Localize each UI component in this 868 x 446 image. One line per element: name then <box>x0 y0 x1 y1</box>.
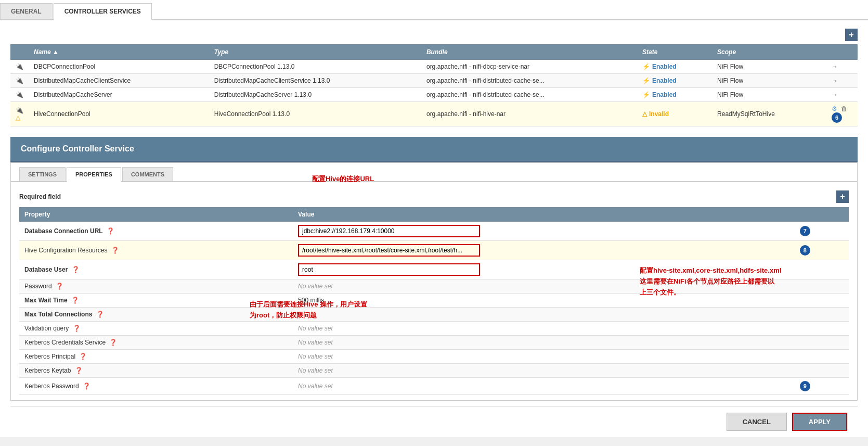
db-connection-url-input[interactable] <box>298 225 480 237</box>
prop-name-text: Validation query <box>24 325 69 332</box>
database-user-input[interactable] <box>298 263 480 276</box>
row-bundle: org.apache.nifi - nifi-hive-nar <box>421 102 637 126</box>
row-actions: → <box>826 60 858 74</box>
properties-table: Property Value Database Connection URL ❓ <box>19 207 849 395</box>
help-icon[interactable]: ❓ <box>96 311 104 318</box>
prop-name: Password ❓ <box>19 279 293 294</box>
prop-value-text: No value set <box>298 353 333 360</box>
hive-config-resources-input[interactable] <box>298 244 480 257</box>
prop-name-text: Password <box>24 283 52 290</box>
lightning-icon: ⚡ <box>642 77 650 84</box>
help-icon[interactable]: ❓ <box>109 339 117 346</box>
prop-value-text: No value set <box>298 383 333 390</box>
row-type: HiveConnectionPool 1.13.0 <box>209 102 421 126</box>
help-icon[interactable]: ❓ <box>111 247 119 254</box>
col-name-header: Name ▲ <box>29 44 209 60</box>
required-field-label: Required field <box>19 193 61 200</box>
help-icon[interactable]: ❓ <box>56 283 63 290</box>
help-icon[interactable]: ❓ <box>75 367 83 374</box>
badge-8: 8 <box>800 245 810 256</box>
configure-dialog: Configure Controller Service SETTINGS PR… <box>10 137 858 437</box>
prop-name: Validation query ❓ <box>19 322 293 336</box>
help-icon[interactable]: ❓ <box>79 353 87 360</box>
row-name: DBCPConnectionPool <box>29 60 209 74</box>
prop-name: Hive Configuration Resources ❓ <box>19 241 293 260</box>
dialog-body: SETTINGS PROPERTIES COMMENTS Required fi… <box>10 162 858 401</box>
add-btn-row: + <box>10 26 858 44</box>
prop-name: Database Connection URL ❓ <box>19 222 293 241</box>
row-actions: → <box>826 74 858 88</box>
row-bundle: org.apache.nifi - nifi-dbcp-service-nar <box>421 60 637 74</box>
prop-name-text: Max Wait Time <box>24 297 68 304</box>
prop-badge-cell <box>795 322 849 336</box>
tab-properties[interactable]: PROPERTIES <box>67 167 121 182</box>
prop-value-cell: 8 <box>293 308 795 322</box>
cancel-button[interactable]: CANCEL <box>727 413 787 431</box>
tab-general[interactable]: GENERAL <box>0 3 53 19</box>
help-icon[interactable]: ❓ <box>107 227 114 235</box>
row-scope: NiFi Flow <box>712 60 826 74</box>
prop-row: Kerberos Password ❓ No value set 9 <box>19 378 849 395</box>
badge-col-header <box>795 207 849 222</box>
prop-value-cell: No value set <box>293 364 795 378</box>
row-type: DistributedMapCacheClientService 1.13.0 <box>209 74 421 88</box>
row-actions: ⚙ 🗑 6 <box>826 102 858 126</box>
add-controller-service-button[interactable]: + <box>845 29 858 41</box>
prop-badge-cell <box>795 260 849 279</box>
prop-value-cell: No value set <box>293 350 795 364</box>
row-state: ⚡Enabled <box>637 60 712 74</box>
col-scope-header: Scope <box>712 44 826 60</box>
arrow-icon[interactable]: → <box>832 77 838 84</box>
prop-row: Kerberos Credentials Service ❓ No value … <box>19 336 849 350</box>
main-content: + Name ▲ Type Bundle State Scope <box>0 20 868 437</box>
prop-value-cell: No value set <box>293 279 795 294</box>
prop-value-cell: No value set <box>293 336 795 350</box>
prop-name: Kerberos Keytab ❓ <box>19 364 293 378</box>
properties-section: Required field + Property Value <box>11 182 857 400</box>
prop-value-cell: 500 millis <box>293 294 795 308</box>
prop-name-text: Max Total Connections <box>24 311 92 318</box>
row-scope: NiFi Flow <box>712 88 826 102</box>
arrow-icon[interactable]: → <box>832 91 838 98</box>
row-icon: 🔌 <box>10 60 29 74</box>
gear-icon[interactable]: ⚙ <box>832 105 837 112</box>
prop-value-text: 500 millis <box>298 297 324 304</box>
prop-badge-cell <box>795 364 849 378</box>
apply-button[interactable]: APPLY <box>792 413 847 431</box>
prop-value-text: 8 <box>298 311 302 318</box>
prop-name: Database User ❓ <box>19 260 293 279</box>
prop-value-cell <box>293 241 795 260</box>
tab-comments[interactable]: COMMENTS <box>122 167 173 181</box>
prop-name: Max Wait Time ❓ <box>19 294 293 308</box>
tab-controller-services[interactable]: CONTROLLER SERVICES <box>54 3 152 20</box>
table-section: + Name ▲ Type Bundle State Scope <box>0 20 868 132</box>
help-icon[interactable]: ❓ <box>71 297 79 304</box>
prop-name-text: Kerberos Password <box>24 383 79 390</box>
help-icon[interactable]: ❓ <box>73 325 81 332</box>
table-row: 🔌 DistributedMapCacheClientService Distr… <box>10 74 858 88</box>
add-property-button[interactable]: + <box>836 190 849 203</box>
prop-badge-cell: 7 <box>795 222 849 241</box>
controller-services-table: Name ▲ Type Bundle State Scope 🔌 DBCPCon… <box>10 44 858 126</box>
top-tabs-bar: GENERAL CONTROLLER SERVICES <box>0 0 868 20</box>
prop-name: Kerberos Password ❓ <box>19 378 293 395</box>
table-row: 🔌 DistributedMapCacheServer DistributedM… <box>10 88 858 102</box>
delete-icon[interactable]: 🗑 <box>841 105 847 112</box>
prop-row: Kerberos Keytab ❓ No value set <box>19 364 849 378</box>
prop-value-cell: No value set <box>293 322 795 336</box>
help-icon[interactable]: ❓ <box>72 266 80 273</box>
row-icon: 🔌 <box>10 88 29 102</box>
prop-row: Max Wait Time ❓ 500 millis <box>19 294 849 308</box>
tab-settings[interactable]: SETTINGS <box>19 167 66 181</box>
arrow-icon[interactable]: → <box>832 63 838 70</box>
row-bundle: org.apache.nifi - nifi-distributed-cache… <box>421 88 637 102</box>
row-scope: NiFi Flow <box>712 74 826 88</box>
prop-value-text: No value set <box>298 367 333 374</box>
badge-9: 9 <box>800 381 810 391</box>
help-icon[interactable]: ❓ <box>83 383 90 390</box>
warning-icon: △ <box>16 114 20 121</box>
row-bundle: org.apache.nifi - nifi-distributed-cache… <box>421 74 637 88</box>
lightning-icon: ⚡ <box>642 63 650 70</box>
row-icon: 🔌 △ <box>10 102 29 126</box>
dialog-title: Configure Controller Service <box>10 137 858 162</box>
